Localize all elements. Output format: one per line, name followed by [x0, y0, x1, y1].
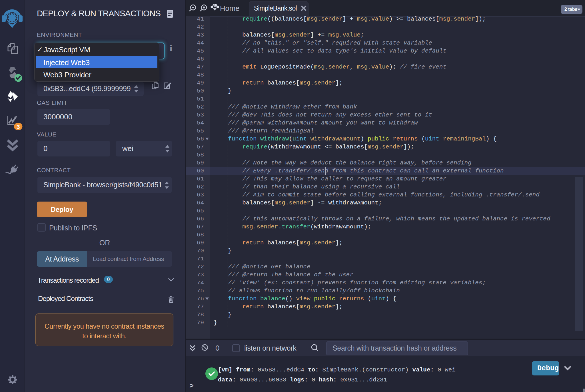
- svg-text:3: 3: [17, 123, 20, 130]
